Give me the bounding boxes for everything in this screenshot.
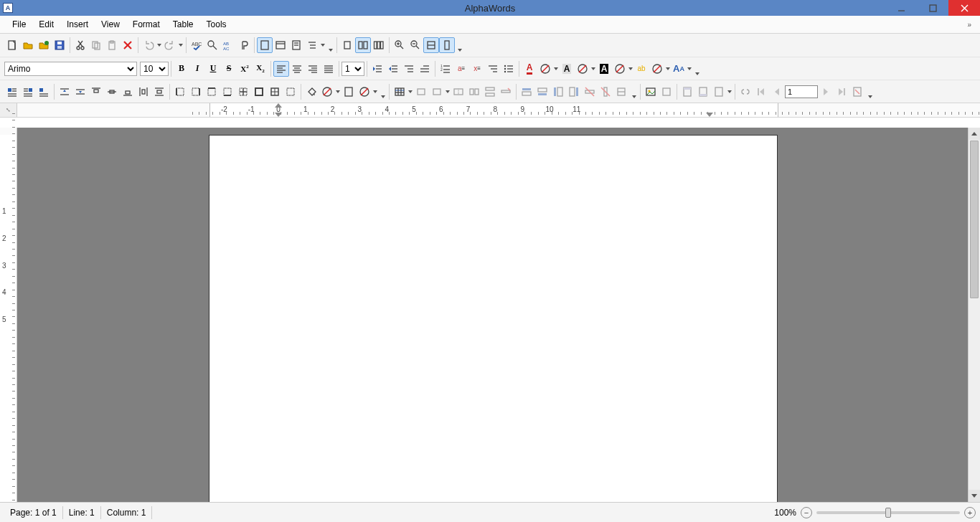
page-number-input[interactable] [785,85,818,98]
scroll-thumb[interactable] [970,141,979,298]
copy-button[interactable] [88,37,104,53]
zoom-out-button-status[interactable]: − [801,507,812,518]
page-dd[interactable] [727,84,732,100]
view-dropdown[interactable] [320,37,326,53]
page-color-button[interactable] [341,84,357,100]
split-cells-button[interactable] [466,84,482,100]
wrap-right-button[interactable] [20,84,36,100]
columns-3-button[interactable] [371,37,387,53]
page[interactable] [209,135,778,502]
subscript-button[interactable]: X2 [253,61,268,77]
cut-button[interactable] [72,37,88,53]
font-color-dropdown[interactable] [553,61,559,77]
border-left-button[interactable] [172,84,188,100]
close-hf-button[interactable] [849,84,865,100]
page-color-dropdown[interactable] [372,84,378,100]
insert-table-dropdown[interactable] [407,84,413,100]
toolbar-formatting-overflow[interactable] [694,61,701,77]
menu-format[interactable]: Format [126,16,166,32]
toolbar-table-overflow[interactable] [631,84,638,100]
tab-dd-1[interactable] [445,84,451,100]
ruler-vertical[interactable]: 12345 [0,128,17,502]
fill-dropdown[interactable] [335,84,341,100]
increase-indent-button[interactable] [369,61,385,77]
menu-edit[interactable]: Edit [32,16,60,32]
fill-color-button[interactable] [303,84,319,100]
undo-button[interactable] [141,37,156,53]
document-canvas[interactable] [17,128,968,502]
sort-asc-button[interactable]: a≡ [453,61,469,77]
delete-cols-button[interactable] [598,84,613,100]
merge-cells-button[interactable] [451,84,466,100]
save-button[interactable] [52,37,67,53]
border-top-button[interactable] [204,84,220,100]
ruler-horizontal[interactable]: -2-101234567891011 [17,103,980,117]
italic-button[interactable]: I [189,61,205,77]
scroll-down-button[interactable] [969,490,980,502]
underline-button[interactable]: U [205,61,221,77]
numbered-list-button[interactable]: 12 [438,61,453,77]
paste-button[interactable] [104,37,120,53]
char-shading-button[interactable]: A [559,61,575,77]
page-color-none-button[interactable] [357,84,372,100]
undo-dropdown[interactable] [156,37,162,53]
insert-col-right-button[interactable] [566,84,582,100]
open-recent-button[interactable] [36,37,52,53]
delete-row-button[interactable] [498,84,514,100]
decrease-indent-button[interactable] [385,61,401,77]
font-color-button[interactable]: A [522,61,537,77]
zoom-slider[interactable] [816,511,960,514]
tab-button-1[interactable] [413,84,429,100]
tab-button-2[interactable] [429,84,445,100]
view-outline-button[interactable] [304,37,320,53]
strikethrough-button[interactable]: S [221,61,237,77]
distribute-v-button[interactable] [151,84,167,100]
border-none-button[interactable] [283,84,298,100]
nav-prev-page-button[interactable] [769,84,785,100]
open-button[interactable] [20,37,36,53]
text-effects-none-button[interactable] [649,61,665,77]
menu-view[interactable]: View [95,16,126,32]
new-doc-button[interactable] [4,37,20,53]
highlight-button[interactable]: A [596,61,612,77]
scroll-up-button[interactable] [969,128,980,140]
view-web-button[interactable] [273,37,288,53]
insert-row-below-button[interactable] [534,84,550,100]
distribute-h-button[interactable] [136,84,151,100]
delete-button[interactable] [120,37,136,53]
multilevel-list-button[interactable] [485,61,501,77]
insert-col-left-button[interactable] [550,84,566,100]
align-right-button[interactable] [305,61,321,77]
zoom-pagewidth-button[interactable] [423,37,439,53]
view-print-button[interactable] [288,37,304,53]
zoom-out-button[interactable] [407,37,423,53]
insert-image-button[interactable] [643,84,659,100]
redo-button[interactable] [162,37,178,53]
insert-row-above-button[interactable] [519,84,534,100]
autocorrect-button[interactable]: ABAC [220,37,236,53]
menu-insert[interactable]: Insert [60,16,95,32]
minimize-button[interactable] [885,0,917,16]
para-space-inc-button[interactable] [57,84,72,100]
border-inside-button[interactable] [235,84,251,100]
highlight-dropdown[interactable] [628,61,633,77]
edit-footer-button[interactable] [695,84,711,100]
superscript-button[interactable]: X2 [237,61,253,77]
page-setup-button[interactable] [711,84,727,100]
para-space-dec-button[interactable] [72,84,88,100]
view-normal-button[interactable] [257,37,273,53]
menu-table[interactable]: Table [166,16,200,32]
toolbar-standard-overflow[interactable] [327,37,334,53]
menu-tools[interactable]: Tools [200,16,233,32]
zoom-wholepage-button[interactable] [439,37,455,53]
link-prev-button[interactable] [738,84,753,100]
toolbar-nav-overflow[interactable] [867,84,874,100]
toolbar-view-overflow[interactable] [456,37,463,53]
find-replace-button[interactable] [204,37,220,53]
nav-first-page-button[interactable] [753,84,769,100]
toolbar-para-overflow[interactable] [380,84,387,100]
nav-next-page-button[interactable] [818,84,834,100]
split-table-button[interactable] [482,84,498,100]
zoom-in-button-status[interactable]: + [964,507,976,518]
redo-dropdown[interactable] [178,37,184,53]
